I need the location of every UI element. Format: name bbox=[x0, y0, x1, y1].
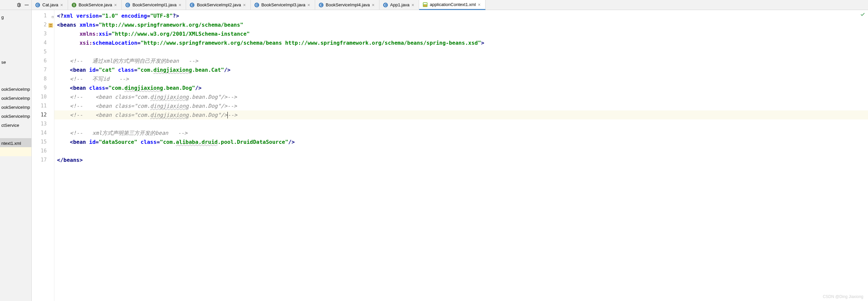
tab-label: BookService.java bbox=[79, 2, 112, 7]
editor-tab-5[interactable]: CBookServiceImpl4.java× bbox=[315, 0, 379, 10]
code-editor[interactable]: 1234567891011121314151617 <?xml version=… bbox=[32, 10, 868, 301]
code-line[interactable]: <!-- <bean class="com.dingjiaxiong.bean.… bbox=[54, 101, 868, 111]
fold-close-icon[interactable]: ⊟ bbox=[52, 12, 55, 16]
code-line[interactable] bbox=[54, 48, 868, 56]
file-type-icon: I bbox=[71, 2, 77, 8]
file-type-icon: C bbox=[35, 2, 40, 8]
editor-tab-bar: CCat.java×IBookService.java×CBookService… bbox=[32, 0, 868, 10]
file-type-icon: C bbox=[189, 2, 195, 8]
svg-rect-0 bbox=[25, 5, 29, 5]
code-line[interactable]: ⊟</beans> bbox=[54, 155, 868, 164]
svg-text:C: C bbox=[255, 3, 258, 7]
spring-bean-icon[interactable] bbox=[48, 22, 53, 27]
line-number: 17 bbox=[32, 155, 54, 164]
line-number: 3 bbox=[32, 29, 54, 38]
tab-label: BookServiceImpl2.java bbox=[197, 2, 241, 7]
line-number: 5 bbox=[32, 48, 54, 56]
svg-text:C: C bbox=[384, 3, 387, 7]
tree-item[interactable]: ntext1.xml bbox=[0, 138, 31, 147]
code-line[interactable]: ⊟<beans xmlns="http://www.springframewor… bbox=[54, 20, 868, 29]
code-line[interactable]: <!-- 通过xml的方式声明自己开发的bean --> bbox=[54, 56, 868, 65]
close-icon[interactable]: × bbox=[178, 3, 182, 7]
tree-item[interactable]: se bbox=[0, 57, 31, 66]
line-number: 4 bbox=[32, 38, 54, 48]
code-content[interactable]: <?xml version="1.0" encoding="UTF-8"?>⊟<… bbox=[54, 10, 868, 301]
line-number: 1 bbox=[32, 11, 54, 20]
line-number: 7 bbox=[32, 65, 54, 74]
code-line[interactable]: <!-- 不写id --> bbox=[54, 74, 868, 84]
code-line[interactable]: <!-- xml方式声明第三方开发的bean --> bbox=[54, 128, 868, 138]
close-icon[interactable]: × bbox=[114, 3, 118, 7]
tree-item[interactable]: ctService bbox=[0, 120, 31, 129]
file-type-icon: C bbox=[318, 2, 324, 8]
editor-tab-1[interactable]: IBookService.java× bbox=[68, 0, 122, 10]
line-number: 6 bbox=[32, 56, 54, 65]
editor-tab-2[interactable]: CBookServiceImpl1.java× bbox=[122, 0, 186, 10]
file-type-icon: C bbox=[125, 2, 130, 8]
tree-item[interactable] bbox=[0, 147, 31, 156]
close-icon[interactable]: × bbox=[60, 3, 64, 7]
project-panel: gseookServiceImpookServiceImpookServiceI… bbox=[0, 0, 32, 301]
editor-tab-7[interactable]: applicationContext1.xml× bbox=[419, 0, 486, 10]
code-line[interactable]: <bean id="cat" class="com.dingjiaxiong.b… bbox=[54, 65, 868, 74]
line-number: 9 bbox=[32, 84, 54, 92]
watermark-text: CSDN @Ding Jiaxiong bbox=[823, 294, 863, 299]
code-line[interactable]: <bean id="dataSource" class="com.alibaba… bbox=[54, 138, 868, 147]
svg-text:C: C bbox=[191, 3, 193, 7]
tab-label: BookServiceImpl4.java bbox=[326, 2, 370, 7]
line-number: 15 bbox=[32, 138, 54, 147]
file-type-icon bbox=[423, 2, 428, 7]
tree-item[interactable]: ookServiceImp bbox=[0, 84, 31, 93]
gear-icon[interactable] bbox=[16, 2, 21, 8]
svg-text:C: C bbox=[36, 3, 39, 7]
tab-label: BookServiceImpl3.java bbox=[261, 2, 305, 7]
close-icon[interactable]: × bbox=[411, 3, 415, 7]
tree-item[interactable] bbox=[0, 48, 31, 57]
code-line[interactable]: xsi:schemaLocation="http://www.springfra… bbox=[54, 38, 868, 48]
line-number: 12 bbox=[32, 111, 54, 119]
tree-item[interactable] bbox=[0, 75, 31, 84]
svg-text:C: C bbox=[320, 3, 322, 7]
code-line[interactable]: <?xml version="1.0" encoding="UTF-8"?> bbox=[54, 11, 868, 20]
editor-tab-6[interactable]: CApp1.java× bbox=[379, 0, 419, 10]
code-line[interactable]: <bean class="com.dingjiaxiong.bean.Dog"/… bbox=[54, 84, 868, 92]
editor-tab-0[interactable]: CCat.java× bbox=[32, 0, 68, 10]
close-icon[interactable]: × bbox=[307, 3, 311, 7]
code-line[interactable] bbox=[54, 147, 868, 155]
code-line[interactable]: <!-- <bean class="com.dingjiaxiong.bean.… bbox=[54, 92, 868, 101]
tab-label: applicationContext1.xml bbox=[430, 2, 476, 7]
line-number: 2 bbox=[32, 20, 54, 29]
line-number: 8 bbox=[32, 74, 54, 84]
tree-item[interactable] bbox=[0, 30, 31, 39]
tree-item[interactable] bbox=[0, 129, 31, 138]
close-icon[interactable]: × bbox=[372, 3, 376, 7]
tab-label: App1.java bbox=[390, 2, 409, 7]
tree-item[interactable]: ookServiceImp bbox=[0, 102, 31, 111]
tree-item[interactable]: g bbox=[0, 12, 31, 21]
line-gutter: 1234567891011121314151617 bbox=[32, 10, 54, 301]
editor-tab-3[interactable]: CBookServiceImpl2.java× bbox=[186, 0, 250, 10]
project-tree[interactable]: gseookServiceImpookServiceImpookServiceI… bbox=[0, 10, 31, 301]
tree-item[interactable]: ookServiceImp bbox=[0, 93, 31, 102]
line-number: 14 bbox=[32, 128, 54, 138]
tree-item[interactable] bbox=[0, 21, 31, 30]
code-line[interactable]: <!-- <bean class="com.dingjiaxiong.bean.… bbox=[54, 111, 868, 119]
line-number: 13 bbox=[32, 119, 54, 128]
svg-text:I: I bbox=[73, 3, 74, 7]
inspection-status-icon[interactable] bbox=[859, 11, 866, 18]
code-line[interactable] bbox=[54, 119, 868, 128]
tree-item[interactable]: ookServiceImp bbox=[0, 111, 31, 120]
line-number: 10 bbox=[32, 92, 54, 101]
minimize-icon[interactable] bbox=[24, 2, 29, 8]
editor-tab-4[interactable]: CBookServiceImpl3.java× bbox=[251, 0, 315, 10]
code-line[interactable]: xmlns:xsi="http://www.w3.org/2001/XMLSch… bbox=[54, 29, 868, 38]
file-type-icon: C bbox=[254, 2, 259, 8]
line-number: 11 bbox=[32, 101, 54, 111]
tree-item[interactable] bbox=[0, 39, 31, 48]
svg-rect-18 bbox=[48, 23, 53, 28]
close-icon[interactable]: × bbox=[243, 3, 247, 7]
project-toolbar bbox=[0, 0, 31, 10]
close-icon[interactable]: × bbox=[478, 3, 482, 7]
tree-item[interactable] bbox=[0, 66, 31, 75]
svg-rect-17 bbox=[424, 5, 427, 6]
